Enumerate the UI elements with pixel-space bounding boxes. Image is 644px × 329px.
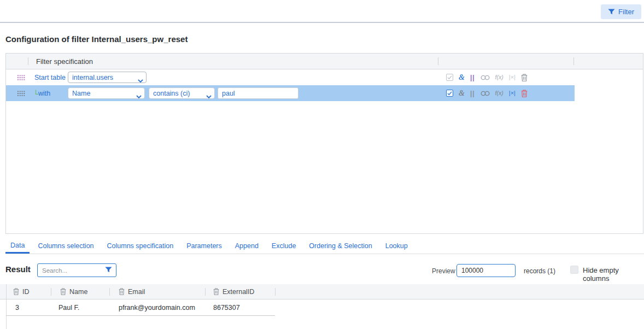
column-divider xyxy=(51,288,51,296)
preview-count-input[interactable] xyxy=(456,264,516,277)
column-delete-icon[interactable] xyxy=(13,288,19,295)
filter-row-with-condition[interactable]: └ with Name contains (ci) & || f(x) xyxy=(6,85,575,101)
search-input[interactable] xyxy=(38,264,116,277)
cell-email: pfrank@yourdomain.com xyxy=(119,304,195,312)
hide-empty-columns-label: Hide empty columns xyxy=(583,266,644,283)
header-divider xyxy=(573,57,574,65)
search-box xyxy=(37,263,116,277)
link-icon[interactable] xyxy=(481,91,490,96)
column-header-label: ID xyxy=(22,288,30,296)
exclude-icon[interactable]: |×| xyxy=(509,90,516,96)
and-operator-icon[interactable]: & xyxy=(459,74,465,81)
delete-row-icon[interactable] xyxy=(521,90,528,97)
operator-select[interactable]: contains (ci) xyxy=(149,87,215,99)
and-operator-icon[interactable]: & xyxy=(459,90,465,97)
result-table-header: ID Name Email ExternalID xyxy=(0,284,644,299)
filter-spec-panel: Filter specification Start table interna… xyxy=(5,53,643,234)
records-count: records (1) xyxy=(524,267,555,275)
row-enabled-checkbox[interactable] xyxy=(446,90,453,97)
start-table-label: Start table xyxy=(34,74,66,81)
link-icon[interactable] xyxy=(481,75,490,80)
page-title: Configuration of filter Internal_users_p… xyxy=(5,34,188,44)
filter-spec-header: Filter specification xyxy=(6,54,643,69)
start-table-select-value: internal.users xyxy=(72,74,113,81)
hide-empty-columns-checkbox[interactable] xyxy=(570,266,578,274)
column-header-externalid: ExternalID xyxy=(213,284,254,299)
column-header-label: Name xyxy=(69,288,87,296)
column-divider xyxy=(205,288,206,296)
filter-row-start-table: Start table internal.users & || f(x) |×| xyxy=(6,69,643,85)
row-actions: & || f(x) |×| xyxy=(446,85,528,101)
result-title: Result xyxy=(5,265,31,274)
operator-select-value: contains (ci) xyxy=(153,90,190,97)
column-delete-icon[interactable] xyxy=(60,288,66,295)
field-select[interactable]: Name xyxy=(68,87,145,99)
tab-columns-specification[interactable]: Columns specification xyxy=(102,238,179,254)
row-enabled-checkbox[interactable] xyxy=(446,74,453,81)
chevron-down-icon xyxy=(206,92,212,100)
tab-data[interactable]: Data xyxy=(5,238,30,254)
branch-icon: └ xyxy=(33,89,38,97)
condition-value-input[interactable] xyxy=(218,87,298,99)
tab-bar: Data Columns selection Columns specifica… xyxy=(5,238,644,254)
top-divider xyxy=(0,22,644,23)
with-label: with xyxy=(38,90,50,97)
table-row[interactable]: 3 Paul F. pfrank@yourdomain.com 8675307 xyxy=(6,300,275,316)
drag-handle-icon[interactable] xyxy=(17,90,25,96)
column-divider xyxy=(109,288,110,296)
tab-append[interactable]: Append xyxy=(230,238,264,254)
header-divider xyxy=(438,57,438,65)
filter-spec-header-label: Filter specification xyxy=(36,57,93,66)
search-funnel-icon[interactable] xyxy=(105,266,112,275)
row-actions: & || f(x) |×| xyxy=(446,69,528,85)
column-header-id: ID xyxy=(13,284,30,299)
column-header-name: Name xyxy=(60,284,87,299)
column-header-email: Email xyxy=(119,284,145,299)
app-screen: Filter Configuration of filter Internal_… xyxy=(0,0,644,329)
cell-name: Paul F. xyxy=(58,304,79,312)
chevron-down-icon xyxy=(138,77,143,84)
column-divider xyxy=(275,288,276,296)
funnel-icon xyxy=(608,8,615,15)
function-icon[interactable]: f(x) xyxy=(495,74,504,80)
header-divider xyxy=(28,57,28,65)
tab-columns-selection[interactable]: Columns selection xyxy=(33,238,98,254)
chevron-down-icon xyxy=(136,92,142,100)
cell-id: 3 xyxy=(15,304,19,312)
cell-externalid: 8675307 xyxy=(213,304,240,312)
tab-parameters[interactable]: Parameters xyxy=(182,238,227,254)
or-operator-icon[interactable]: || xyxy=(470,74,475,81)
column-delete-icon[interactable] xyxy=(119,288,125,295)
preview-label: Preview xyxy=(432,267,455,275)
filter-button-label: Filter xyxy=(618,8,634,16)
function-icon[interactable]: f(x) xyxy=(495,90,504,96)
start-table-select[interactable]: internal.users xyxy=(68,72,147,83)
tab-lookup[interactable]: Lookup xyxy=(380,238,413,254)
filter-button[interactable]: Filter xyxy=(601,4,641,19)
drag-handle-icon[interactable] xyxy=(17,74,25,80)
tab-ordering-selection[interactable]: Ordering & Selection xyxy=(304,238,377,254)
or-operator-icon[interactable]: || xyxy=(470,90,475,97)
exclude-icon[interactable]: |×| xyxy=(509,74,516,80)
column-header-label: ExternalID xyxy=(223,288,254,296)
field-select-value: Name xyxy=(72,90,90,97)
tab-exclude[interactable]: Exclude xyxy=(267,238,301,254)
delete-row-icon[interactable] xyxy=(521,74,528,81)
column-delete-icon[interactable] xyxy=(213,288,219,295)
column-header-label: Email xyxy=(128,288,145,296)
